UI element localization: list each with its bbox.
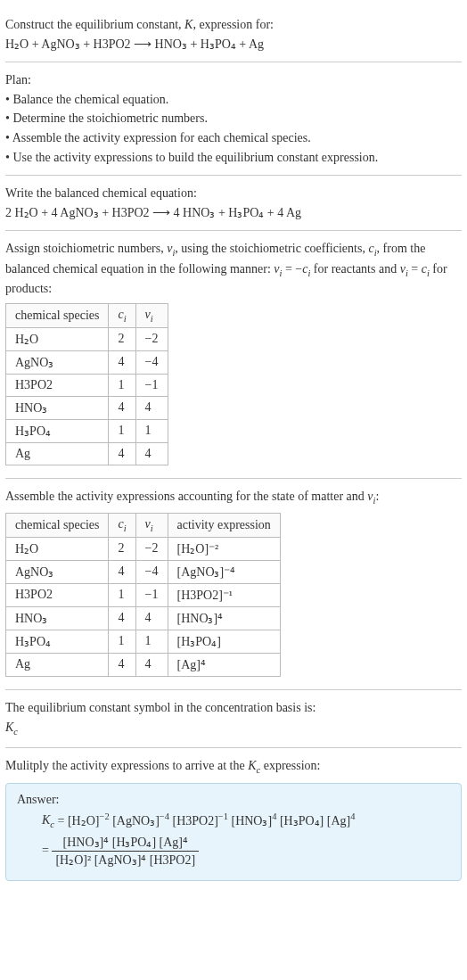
section-kc-symbol: The equilibrium constant symbol in the c… xyxy=(5,690,462,748)
plan-b3: • Assemble the activity expression for e… xyxy=(5,129,462,147)
activity-table: chemical species ci νi activity expressi… xyxy=(5,513,281,677)
section-balanced: Write the balanced chemical equation: 2 … xyxy=(5,176,462,231)
col-activity: activity expression xyxy=(168,514,280,538)
kc-symbol: Kc xyxy=(5,719,462,738)
table-row: H₂O2−2 xyxy=(6,327,168,350)
answer-label: Answer: xyxy=(17,793,450,807)
col-c: ci xyxy=(109,514,135,538)
fraction-denominator: [H₂O]² [AgNO₃]⁴ [H3PO2] xyxy=(52,852,199,869)
fraction: [HNO₃]⁴ [H₃PO₄] [Ag]⁴ [H₂O]² [AgNO₃]⁴ [H… xyxy=(52,834,199,869)
table-row: H₂O2−2[H₂O]⁻² xyxy=(6,537,281,560)
table-row: H3PO21−1[H3PO2]⁻¹ xyxy=(6,583,281,606)
kc-product: Kc = [H₂O]−2 [AgNO₃]−4 [H3PO2]−1 [HNO₃]4… xyxy=(42,811,450,832)
col-v: νi xyxy=(135,303,168,327)
multiply-title: Mulitply the activity expressions to arr… xyxy=(5,757,462,777)
section-multiply: Mulitply the activity expressions to arr… xyxy=(5,748,462,881)
section-stoich: Assign stoichiometric numbers, νi, using… xyxy=(5,231,462,478)
table-row: HNO₃44[HNO₃]⁴ xyxy=(6,606,281,630)
section-plan: Plan: • Balance the chemical equation. •… xyxy=(5,62,462,176)
answer-body: Kc = [H₂O]−2 [AgNO₃]−4 [H3PO2]−1 [HNO₃]4… xyxy=(42,811,450,869)
plan-b1: • Balance the chemical equation. xyxy=(5,91,462,109)
table-header: chemical species ci νi xyxy=(6,303,168,327)
col-species: chemical species xyxy=(6,514,109,538)
table-row: H₃PO₄11 xyxy=(6,419,168,442)
activity-title: Assemble the activity expressions accoun… xyxy=(5,488,462,507)
table-row: AgNO₃4−4[AgNO₃]⁻⁴ xyxy=(6,560,281,583)
construct-title: Construct the equilibrium constant, K, e… xyxy=(5,16,462,34)
plan-b4: • Use the activity expressions to build … xyxy=(5,149,462,167)
reaction-balanced: 2 H₂O + 4 AgNO₃ + H3PO2 ⟶ 4 HNO₃ + H₃PO₄… xyxy=(5,204,462,222)
table-row: Ag44 xyxy=(6,442,168,465)
fraction-numerator: [HNO₃]⁴ [H₃PO₄] [Ag]⁴ xyxy=(52,834,199,852)
col-v: νi xyxy=(135,514,168,538)
plan-title: Plan: xyxy=(5,71,462,89)
kc-symbol-title: The equilibrium constant symbol in the c… xyxy=(5,699,462,717)
section-activity: Assemble the activity expressions accoun… xyxy=(5,479,462,690)
kc-fraction: = [HNO₃]⁴ [H₃PO₄] [Ag]⁴ [H₂O]² [AgNO₃]⁴ … xyxy=(42,834,450,869)
table-row: H3PO21−1 xyxy=(6,374,168,396)
reaction-unbalanced: H₂O + AgNO₃ + H3PO2 ⟶ HNO₃ + H₃PO₄ + Ag xyxy=(5,36,462,54)
stoich-table: chemical species ci νi H₂O2−2 AgNO₃4−4 H… xyxy=(5,303,168,465)
table-header: chemical species ci νi activity expressi… xyxy=(6,514,281,538)
section-construct: Construct the equilibrium constant, K, e… xyxy=(5,7,462,62)
table-row: H₃PO₄11[H₃PO₄] xyxy=(6,630,281,653)
table-row: AgNO₃4−4 xyxy=(6,350,168,374)
stoich-title: Assign stoichiometric numbers, νi, using… xyxy=(5,240,462,298)
plan-b2: • Determine the stoichiometric numbers. xyxy=(5,110,462,128)
col-species: chemical species xyxy=(6,303,109,327)
table-row: Ag44[Ag]⁴ xyxy=(6,653,281,676)
balanced-title: Write the balanced chemical equation: xyxy=(5,185,462,202)
eq-sign: = xyxy=(42,844,52,857)
answer-box: Answer: Kc = [H₂O]−2 [AgNO₃]−4 [H3PO2]−1… xyxy=(5,783,462,881)
table-row: HNO₃44 xyxy=(6,396,168,419)
col-c: ci xyxy=(109,303,135,327)
